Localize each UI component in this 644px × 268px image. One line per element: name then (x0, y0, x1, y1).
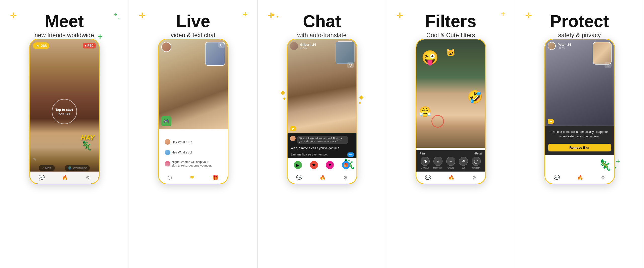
protect-user-avatar (548, 42, 556, 50)
translate-icon[interactable]: ⟷ (347, 152, 354, 157)
protect-nav-1[interactable]: 💬 (554, 175, 560, 181)
heart-nav-icon[interactable]: ❤ (190, 175, 194, 181)
chat-translated-1: Yeah, gimme a call if you've got time. (290, 145, 354, 151)
reset-label[interactable]: ↺ Reset (473, 152, 482, 155)
smooth-label: Smooth (472, 167, 480, 169)
sticker-icon: 🎮 (163, 118, 169, 124)
live-plus-tr: ✛ (243, 11, 247, 18)
chat-msg-avatar-1 (290, 136, 296, 141)
chat-icon-1[interactable]: ▶ (294, 161, 302, 169)
filter-smooth[interactable]: ◯ Smooth (472, 157, 481, 169)
contrast-icon: ◑ (421, 157, 430, 166)
protect-share-btn[interactable]: ⬡ (605, 62, 612, 68)
protect-info-area: The blur effect will automatically disap… (545, 126, 614, 155)
live-main-video: ⬡ 🎮 (159, 39, 228, 129)
chat-icon-3[interactable]: ♥ (326, 161, 334, 169)
chat-side-diamond: ◆ (280, 89, 285, 96)
remove-blur-button[interactable]: Remove Blur (548, 144, 611, 151)
decorate-icon: ⚜ (433, 157, 442, 166)
record-button[interactable]: ● REC (83, 43, 96, 48)
chat-diamond-1: ◆ (271, 12, 274, 17)
eye-icon: 👁 (459, 157, 468, 166)
protect-timer: 00:25 (558, 46, 571, 49)
filters-video: 🐱 😜 🤣 😤 (416, 39, 485, 148)
filter-decorate[interactable]: ⚜ Decorate (433, 157, 443, 169)
chat-nav-3[interactable]: ⚙ (343, 175, 348, 181)
meet-bottom-nav: 💬 🔥 ⚙ (30, 172, 99, 184)
protect-screen: Peter, 24 00:25 ▶ ⬡ The blur effect will… (545, 39, 614, 184)
meet-top-bar: H 268 ● REC (33, 42, 96, 49)
filters-section: ✛ ✛ Filters Cool & Cute filters 🐱 😜 🤣 (386, 0, 515, 268)
chat-bottom-nav: 💬 🔥 ⚙ (288, 172, 356, 184)
chat-icon-4[interactable]: 🎁 (342, 161, 350, 169)
chat-section: ✛ ◆ ◆ Chat with auto-translate ◆ ◆ ◆ ◆ (258, 0, 386, 268)
circle-filter-overlay (431, 115, 444, 128)
meet-subtitle: new friends worldwide (34, 32, 94, 39)
chat-message-1: Hey What's up! (162, 137, 215, 146)
filter-shape[interactable]: ⌣ Shape (446, 157, 455, 169)
filters-nav-2[interactable]: 🔥 (448, 175, 455, 181)
meet-phone-wrapper: ✛ ✦ H 268 ● REC (29, 39, 100, 184)
chat-header: ✛ ◆ ◆ Chat with auto-translate (263, 10, 381, 39)
filters-phone-wrapper: 🐱 😜 🤣 😤 Filter ↺ Reset (416, 39, 486, 184)
meet-plus-icon: ✛ (10, 11, 16, 20)
protect-phone: Peter, 24 00:25 ▶ ⬡ The blur effect will… (544, 39, 615, 184)
live-subtitle: video & text chat (171, 32, 215, 39)
protect-bottom-nav: 💬 🔥 ⚙ (545, 172, 614, 184)
filters-nav-1[interactable]: 💬 (425, 175, 431, 181)
meet-screen: H 268 ● REC Tap to start journey ✎ (30, 39, 99, 184)
scatter-plus-1: ✛ (114, 13, 117, 17)
fire-nav-icon[interactable]: 🔥 (62, 175, 68, 181)
stream-icon: ▶ (290, 126, 296, 131)
filters-subtitle: Cool & Cute filters (426, 32, 475, 39)
cat-ears-filter: 🐱 (446, 48, 455, 57)
filters-plus-tr: ✛ (501, 11, 505, 17)
message-text-2: Hey What's up! (172, 151, 192, 154)
protect-plus-tl: ✛ (525, 11, 532, 20)
start-journey-button[interactable]: Tap to start journey (52, 99, 77, 124)
chat-nav-icon[interactable]: 💬 (38, 175, 45, 181)
chat-screen: Gilbert, 24 00:25 ⬡ ▶ (288, 39, 356, 184)
chat-message-2: Hey What's up! (162, 148, 215, 157)
chat-bottom-icons: ▶ ❤ ♥ 🎁 (288, 159, 356, 171)
meet-header: ✛ Meet new friends worldwide ✛ ✦ (5, 10, 124, 39)
gift-nav-icon[interactable]: 🎁 (212, 175, 219, 181)
protect-blurred-video: Peter, 24 00:25 ▶ ⬡ (545, 39, 614, 126)
protect-nav-3[interactable]: ⚙ (601, 175, 605, 181)
hay-icon: H (35, 43, 40, 48)
filter-contrast[interactable]: ◑ Contrast (421, 157, 430, 169)
live-header: ✛ ✛ Live video & text chat (134, 10, 252, 39)
chat-icon-2[interactable]: ❤ (310, 161, 318, 169)
chat-timer: 00:25 (300, 46, 316, 49)
chat-right-diamond: ◆ (359, 94, 364, 100)
chat-phone-wrapper: ◆ ◆ ◆ ◆ Gilbert, 24 00:25 (287, 39, 357, 184)
filter-nav-icon[interactable]: ⬡ (168, 175, 172, 181)
filters-plus-tl: ✛ (396, 11, 403, 20)
protect-section: ✛ Protect safety & privacy ✛ ◆ Peter, 24… (515, 0, 644, 268)
share-icon[interactable]: ⬡ (218, 42, 225, 48)
chat-nav-1[interactable]: 💬 (296, 175, 302, 181)
contrast-label: Contrast (421, 167, 429, 169)
protect-stream-icon: ▶ (548, 119, 554, 124)
chat-pip (336, 41, 354, 64)
chat-share-btn[interactable]: ⬡ (347, 62, 354, 68)
protect-nav-2[interactable]: 🔥 (577, 175, 583, 181)
filters-phone: 🐱 😜 🤣 😤 Filter ↺ Reset (416, 39, 486, 184)
viewer-count: 268 (41, 44, 47, 48)
filters-screen: 🐱 😜 🤣 😤 Filter ↺ Reset (416, 39, 485, 184)
meet-phone: H 268 ● REC Tap to start journey ✎ (29, 39, 100, 184)
live-top-icons: ⬡ (218, 42, 225, 48)
live-user-avatar (161, 42, 171, 52)
chat-nav-2[interactable]: 🔥 (319, 175, 326, 181)
live-message-input[interactable]: Sending a message... (161, 163, 225, 170)
live-section: ✛ ✛ Live video & text chat (129, 0, 258, 268)
protect-blur-text: The blur effect will automatically disap… (548, 130, 611, 139)
meet-video: H 268 ● REC Tap to start journey ✎ (30, 39, 99, 184)
chat-original-msg: Why, still around to chat bro? El, anda … (297, 136, 348, 144)
filters-nav-3[interactable]: ⚙ (472, 175, 476, 181)
filter-eye[interactable]: 👁 Eye (459, 157, 468, 169)
chat-main-video: Gilbert, 24 00:25 ⬡ ▶ (288, 39, 356, 133)
settings-nav-icon[interactable]: ⚙ (86, 175, 90, 181)
live-title: Live (176, 13, 210, 30)
chat-translated-2: Sim, me liga se tiver tempo. (290, 152, 354, 157)
